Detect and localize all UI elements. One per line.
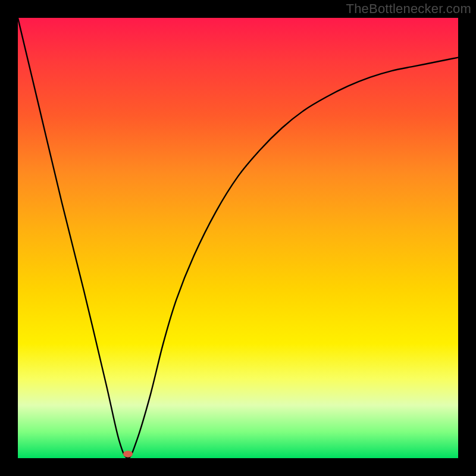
minimum-marker [123, 450, 133, 457]
bottleneck-curve [18, 18, 458, 458]
watermark-text: TheBottlenecker.com [346, 1, 471, 17]
chart-frame: TheBottlenecker.com [0, 0, 476, 476]
plot-area [18, 18, 458, 458]
